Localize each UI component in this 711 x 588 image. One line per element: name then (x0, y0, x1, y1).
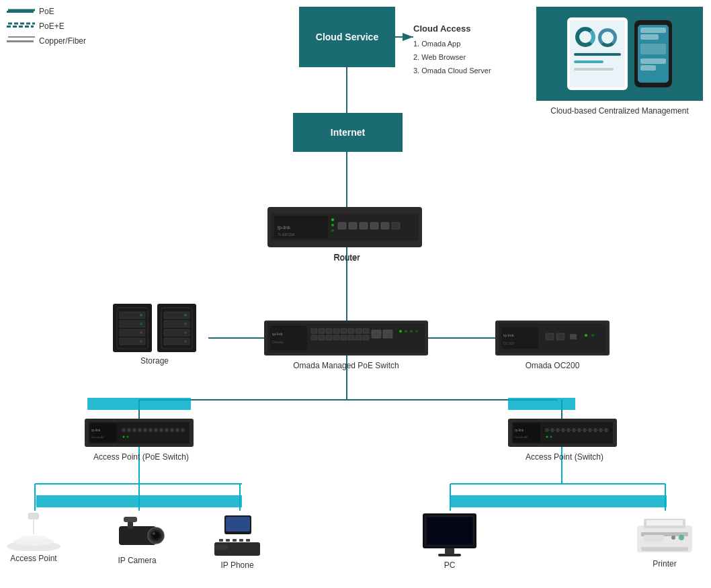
omada-label: Omada OC200 (495, 361, 610, 370)
svg-point-125 (550, 436, 552, 438)
svg-point-98 (144, 429, 147, 432)
svg-rect-51 (333, 335, 339, 340)
cyan-bottom-right (450, 495, 667, 507)
switch-svg: tp-link Omada (267, 323, 425, 353)
cloud-service-label: Cloud Service (316, 32, 378, 42)
tablet-bar-3 (574, 68, 614, 71)
svg-text:tp-link: tp-link (515, 428, 524, 432)
cloud-access-list: Omada App Web Browser Omada Cloud Server (413, 38, 528, 77)
svg-rect-146 (239, 539, 243, 542)
router-svg: tp-link TL-ER7206 (271, 210, 419, 244)
ip-phone-device: IP Phone (211, 512, 263, 570)
legend-item-poe: PoE (7, 7, 86, 16)
phone-row-1 (640, 28, 666, 33)
legend-line-poee (7, 26, 34, 28)
svg-rect-56 (372, 330, 381, 338)
legend-item-poee: PoE+E (7, 22, 86, 31)
svg-rect-153 (438, 554, 461, 556)
svg-point-117 (573, 429, 576, 432)
phone-chart (640, 44, 666, 54)
svg-text:TL-ER7206: TL-ER7206 (278, 233, 295, 237)
printer-label: Printer (653, 559, 676, 569)
svg-rect-67 (556, 333, 564, 340)
ip-phone-svg (211, 512, 263, 558)
svg-point-102 (165, 429, 169, 432)
storage-label: Storage (113, 356, 196, 366)
svg-point-159 (679, 535, 684, 540)
svg-point-70 (591, 334, 594, 337)
svg-point-123 (605, 429, 608, 432)
svg-point-94 (122, 429, 126, 432)
storage-device-1 (113, 304, 152, 352)
svg-rect-57 (383, 330, 392, 338)
legend-line-copper (7, 40, 34, 42)
svg-point-114 (556, 429, 560, 432)
svg-rect-54 (356, 335, 362, 340)
cloud-access-panel: Cloud Access Omada App Web Browser Omada… (413, 24, 528, 77)
ip-phone-label: IP Phone (220, 560, 253, 570)
access-point-svg (4, 509, 63, 551)
donut-chart-1 (575, 27, 595, 47)
svg-point-71 (598, 334, 601, 337)
svg-point-61 (415, 330, 418, 333)
legend-label-copper: Copper/Fiber (39, 36, 86, 46)
cloud-access-item-2: Web Browser (413, 51, 528, 65)
svg-rect-143 (219, 539, 223, 542)
printer-device: Printer (636, 512, 694, 569)
cloud-manage-label: Cloud-based Centralized Management (536, 106, 703, 116)
access-point-device: Access Point (4, 509, 63, 563)
svg-rect-44 (341, 329, 347, 333)
internet-box: Internet (293, 113, 403, 152)
phone-row-4 (640, 65, 656, 71)
nas-svg-1 (116, 306, 149, 350)
legend-label-poe: PoE (39, 7, 54, 16)
ap-right-image: tp-link Omada AP (508, 419, 617, 447)
svg-rect-131 (28, 513, 39, 519)
storage-devices (113, 304, 196, 352)
svg-rect-47 (363, 329, 369, 333)
svg-point-103 (171, 429, 174, 432)
svg-point-115 (562, 429, 565, 432)
omada-svg: tp-link OC200 (499, 323, 606, 353)
svg-text:Omada AP: Omada AP (91, 435, 105, 439)
svg-rect-53 (348, 335, 354, 340)
svg-rect-109 (513, 423, 540, 442)
svg-point-104 (176, 429, 179, 432)
cloud-access-title: Cloud Access (413, 24, 528, 34)
svg-point-96 (133, 429, 136, 432)
svg-rect-55 (363, 335, 369, 340)
pc-label: PC (444, 560, 456, 570)
tablet-chart (573, 23, 622, 50)
svg-rect-63 (501, 327, 538, 349)
svg-rect-68 (570, 334, 577, 339)
svg-point-69 (585, 334, 587, 337)
svg-point-89 (184, 340, 187, 343)
svg-point-100 (155, 429, 158, 432)
svg-rect-144 (226, 539, 230, 542)
svg-rect-91 (90, 423, 117, 442)
legend-item-copper: Copper/Fiber (7, 36, 86, 46)
svg-point-121 (594, 429, 597, 432)
phone-screen (638, 25, 669, 83)
svg-point-113 (551, 429, 554, 432)
svg-rect-46 (356, 329, 362, 333)
devices-panel (536, 7, 703, 101)
svg-point-60 (410, 330, 413, 333)
svg-rect-28 (349, 222, 357, 229)
svg-rect-43 (333, 329, 339, 333)
cloud-access-item-3: Omada Cloud Server (413, 65, 528, 78)
svg-text:tp-link: tp-link (91, 428, 101, 432)
donut-chart-2 (598, 28, 617, 47)
svg-point-80 (140, 340, 142, 343)
svg-rect-31 (381, 222, 389, 229)
svg-point-119 (583, 429, 587, 432)
ip-camera-device: IP Camera (109, 514, 165, 565)
svg-point-107 (127, 436, 129, 438)
nas-svg-2 (160, 306, 194, 350)
svg-text:tp-link: tp-link (503, 333, 515, 337)
tablet-bar-1 (574, 53, 621, 56)
tablet-device (567, 17, 628, 90)
svg-point-35 (331, 229, 334, 232)
router-label-text: Router (320, 253, 374, 263)
legend-label-poee: PoE+E (39, 22, 65, 31)
